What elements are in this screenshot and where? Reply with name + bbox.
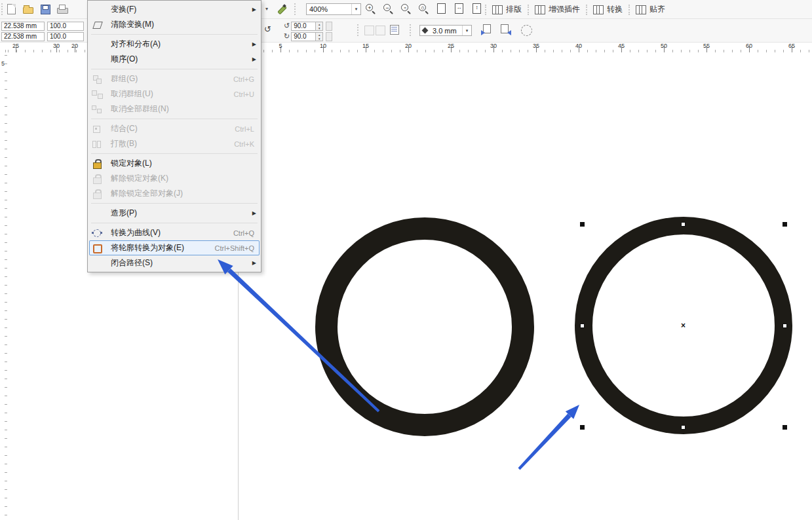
toolbar-grip[interactable] <box>294 3 296 15</box>
zoom-width-icon[interactable]: ↔ <box>453 3 465 14</box>
zoom-in-icon[interactable]: + <box>364 3 377 14</box>
dropdown-arrow-icon[interactable]: ▾ <box>265 6 268 12</box>
window-grid-icon <box>492 5 503 14</box>
print-icon[interactable] <box>56 3 68 15</box>
zoom-height-icon[interactable]: ↕ <box>471 3 483 14</box>
menu-item-label: 取消群组(U) <box>111 88 153 100</box>
rotation-spinner-2[interactable]: ▴▾ <box>316 32 323 41</box>
convert-to-curves-icon <box>91 227 104 239</box>
menu-item-0[interactable]: 变换(F)▶ <box>89 2 260 17</box>
toolbar-button-2[interactable]: 增强插件 <box>532 3 583 16</box>
toolbar-group-buttons: 排版增强插件转换贴齐 <box>482 3 668 16</box>
toolbar-grip[interactable] <box>528 5 529 15</box>
menu-item-icon <box>91 54 104 65</box>
object-width-field[interactable]: 22.538 mm <box>1 22 45 31</box>
submenu-arrow-icon: ▶ <box>252 41 260 47</box>
ungroup-all-icon <box>91 103 104 115</box>
ruler-number: 35 <box>533 43 539 49</box>
outline-width-combo[interactable]: 3.0 mm ▾ <box>419 25 472 36</box>
ruler-number: 50 <box>661 43 667 49</box>
toolbar-button-4[interactable]: 贴齐 <box>632 3 668 16</box>
ruler-number: 30 <box>53 43 60 49</box>
vertical-ruler[interactable]: 5 <box>0 52 8 520</box>
toolbar-button-3[interactable]: 转换 <box>590 3 626 16</box>
zoom-selected-icon[interactable]: ▫ <box>400 3 412 14</box>
rotation-spinner-1[interactable]: ▴▾ <box>316 22 323 31</box>
zoom-toolbar: +−▫○↔↕ <box>364 3 488 14</box>
to-back-icon[interactable] <box>498 24 510 35</box>
selection-handle[interactable] <box>681 222 686 227</box>
menu-item-4[interactable]: 顺序(O)▶ <box>89 52 260 67</box>
selection-handle[interactable] <box>580 222 585 227</box>
object-center-mark[interactable]: × <box>681 321 686 330</box>
toolbar-grip[interactable] <box>1 3 3 15</box>
outline-combo-arrow-icon[interactable]: ▾ <box>462 26 471 35</box>
clear-transform-icon <box>91 19 104 31</box>
menu-separator <box>91 34 258 35</box>
toolbar-grip[interactable] <box>357 24 358 36</box>
menu-item-label: 将轮廓转换为对象(E) <box>111 242 184 253</box>
rotate-ccw-icon: ↺ <box>284 22 290 30</box>
toolbar-grip[interactable] <box>410 24 411 36</box>
menu-item-3[interactable]: 对齐和分布(A)▶ <box>89 37 260 52</box>
outline-pen-icon <box>422 28 429 34</box>
zoom-all-icon[interactable]: ○ <box>417 3 430 14</box>
zoom-out-icon[interactable]: − <box>382 3 395 14</box>
toolbar-grip[interactable] <box>628 5 630 15</box>
ruler-number: 5 <box>279 43 282 49</box>
toolbar-button-label: 转换 <box>607 4 623 15</box>
scale-y-field[interactable]: 100.0 <box>47 32 84 41</box>
menu-item-label: 清除变换(M) <box>111 19 154 30</box>
selection-handle[interactable] <box>783 425 787 430</box>
menu-item-label: 对齐和分布(A) <box>111 39 161 50</box>
open-icon[interactable] <box>22 3 34 15</box>
order-icon[interactable] <box>389 24 400 35</box>
selection-handle[interactable] <box>783 222 787 227</box>
circle-object-1[interactable] <box>315 217 534 436</box>
menu-item-1[interactable]: 清除变换(M) <box>89 17 260 32</box>
context-menu: 变换(F)▶清除变换(M)对齐和分布(A)▶顺序(O)▶群组(G)Ctrl+G取… <box>87 0 261 272</box>
window-grid-icon <box>636 5 646 14</box>
rotation-angle-field-2[interactable]: 90.0 <box>291 32 316 41</box>
toolbar-button-1[interactable]: 排版 <box>489 3 525 16</box>
rotation-extra-button-2[interactable] <box>326 32 332 41</box>
object-height-field[interactable]: 22.538 mm <box>1 32 45 41</box>
mirror-buttons[interactable] <box>364 26 385 35</box>
menu-item-13[interactable]: 锁定对象(L) <box>89 156 260 171</box>
to-front-icon[interactable] <box>480 24 492 35</box>
save-icon[interactable] <box>39 3 51 15</box>
menu-item-shortcut: Ctrl+Shift+Q <box>214 244 260 252</box>
toolbar-grip[interactable] <box>586 5 587 15</box>
zoom-combo-arrow-icon[interactable]: ▾ <box>351 4 360 14</box>
selection-handle[interactable] <box>783 324 787 328</box>
break-apart-icon <box>91 138 104 150</box>
selection-handle[interactable] <box>681 425 686 430</box>
zoom-page-icon[interactable] <box>435 3 448 14</box>
menu-item-21[interactable]: 闭合路径(S)▶ <box>89 255 260 270</box>
zoom-level-combo[interactable]: 400% ▾ <box>306 3 361 15</box>
scale-x-field[interactable]: 100.0 <box>47 22 84 31</box>
menu-item-shortcut: Ctrl+L <box>235 125 260 133</box>
new-document-icon[interactable] <box>5 3 17 15</box>
ruler-number: 60 <box>746 43 752 49</box>
rotation-angle-field-1[interactable]: 90.0 <box>291 22 316 31</box>
menu-separator <box>91 153 258 154</box>
draw-tool-icon[interactable] <box>276 3 288 15</box>
submenu-arrow-icon: ▶ <box>252 210 260 216</box>
selection-handle[interactable] <box>580 425 585 430</box>
convert-outline-indicator-icon[interactable] <box>521 25 532 36</box>
menu-item-17[interactable]: 造形(P)▶ <box>89 206 260 221</box>
rotate-reset-icon[interactable]: ↺ <box>264 24 271 34</box>
menu-item-20[interactable]: 将轮廓转换为对象(E)Ctrl+Shift+Q <box>89 240 260 255</box>
menu-item-shortcut: Ctrl+U <box>234 90 260 98</box>
rotation-extra-button-1[interactable] <box>326 22 332 31</box>
toolbar-grip[interactable] <box>485 5 486 15</box>
ruler-number: 45 <box>618 43 625 49</box>
menu-separator <box>91 203 258 204</box>
outline-width-value: 3.0 mm <box>430 27 462 35</box>
menu-item-shortcut: Ctrl+G <box>233 75 260 83</box>
menu-item-19[interactable]: 转换为曲线(V)Ctrl+Q <box>89 225 260 240</box>
ruler-number: 20 <box>71 43 78 49</box>
ungroup-icon <box>91 88 104 100</box>
selection-handle[interactable] <box>580 324 585 328</box>
